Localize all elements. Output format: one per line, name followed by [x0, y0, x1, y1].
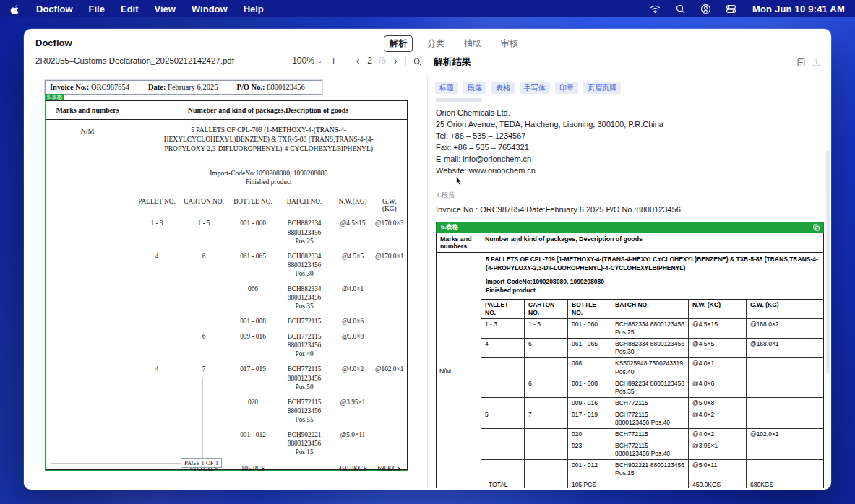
table-row: 009 - 016BCH772115@5.0×8 [481, 398, 823, 409]
document-filename: 2R02055–Customs Declaration_202502121424… [35, 56, 234, 65]
tab-classify[interactable]: 分类 [422, 36, 450, 51]
pdf-header-pallet: PALLET NO. [134, 198, 180, 212]
pdf-stamp-box [51, 378, 203, 464]
pdf-header-bottle: BOTTLE NO. [228, 198, 278, 212]
parsed-goods-description: 5 PALLETS OF CPL-709 (1-METHOXY-4-(TRANS… [486, 256, 819, 273]
table-row: Orion Chemicals Ltd. [436, 108, 821, 119]
toolbar-divider [405, 56, 406, 66]
pdf-total-row: −TOTAL− 105 PCS 450.0KGS 680KGS [134, 465, 403, 472]
pdf-import-code: Import-CodeNo:1090208080, 1090208080 [134, 170, 403, 177]
pdf-col-marks-header: Marks and numbers [46, 101, 129, 119]
pdf-total-pcs: 105 PCS [228, 465, 278, 472]
pdf-total-nw: 450.0KGS [330, 465, 375, 472]
table-row: 066BCH882334 8800123456 Pos.35@4.0×1 [134, 284, 403, 310]
table-section-tag: 5.表格 [441, 223, 458, 232]
pdf-total-gw: 680KGS [375, 465, 403, 472]
chip-seal[interactable]: 印章 [555, 82, 578, 94]
pdf-finished-product: Finished product [134, 178, 403, 186]
table-row: Fax: +86 – 535 – 7654321 [436, 142, 821, 154]
parsed-inner-table: PALLET NO. CARTON NO. BOTTLE NO. BATCH N… [481, 300, 823, 488]
table-row: 023BCH772115 8800123456 Pos.40@3.95×1 [481, 440, 823, 460]
table-row: 46061 - 065BCH882334 8800123456 Pos.30@4… [481, 339, 823, 358]
table-row: −TOTAL−105 PCS450.0KGS680KGS [481, 479, 823, 488]
results-scrollbar[interactable] [826, 150, 830, 374]
chip-header-footer[interactable]: 页眉页脚 [583, 82, 621, 94]
menubar-clock[interactable]: Mon Jun 10 9:41 AM [752, 4, 845, 14]
parsed-import-code: Import-CodeNo:1090208080, 1090208080 Fin… [486, 278, 819, 295]
control-center-icon[interactable] [726, 4, 736, 14]
apple-menu-icon[interactable] [10, 3, 20, 15]
parsed-inner-rows: 1 - 31 - 5001 - 060BCH882334 8800123456 … [481, 319, 823, 488]
document-outline-icon[interactable] [796, 58, 806, 67]
search-icon[interactable] [675, 4, 686, 14]
document-search-icon[interactable] [413, 56, 422, 66]
parse-results-pane[interactable]: 标题 段落 表格 手写体 印章 页眉页脚 Orion Chemicals Ltd… [428, 74, 831, 488]
table-row: Website: www.orionchem.cn [436, 165, 821, 177]
table-row: 020BCH772115@4.0×2@102.0×1 [481, 429, 823, 440]
pdf-header-gw: G.W. (KG) [375, 198, 403, 212]
account-icon[interactable] [700, 4, 711, 14]
export-icon[interactable] [812, 58, 821, 67]
table-row: 066KS5025948 7500243319 Pos.40@4.0×1 [481, 358, 823, 378]
menu-file[interactable]: File [89, 4, 105, 14]
pdf-page-footer: PAGE 1 OF 1 [181, 458, 222, 468]
page-current[interactable]: 2 [367, 56, 372, 66]
menubar-app-name[interactable]: Docflow [36, 4, 73, 14]
copy-table-icon[interactable] [813, 224, 820, 231]
table-row: 001 - 008BCH772115@4.0×6 [134, 317, 403, 326]
parsed-inner-header-row: PALLET NO. CARTON NO. BOTTLE NO. BATCH N… [481, 300, 823, 319]
pdf-page: Invoice No.: ORC987654 Date: February 6,… [24, 74, 408, 471]
date-label: Date: [148, 83, 166, 91]
mode-tabs: 解析 分类 抽取 审核 [384, 35, 523, 52]
viewer-controls: − 100% ⌄ + ‹ 2 /6 › [277, 54, 422, 67]
chip-handwriting[interactable]: 手写体 [520, 82, 550, 94]
table-row: 1 - 31 - 5001 - 060BCH882334 8800123456 … [134, 219, 403, 245]
window-content: Invoice No.: ORC987654 Date: February 6,… [24, 74, 831, 488]
invoice-label: Invoice No.: [50, 83, 89, 91]
invoice-number: ORC987654 [91, 83, 129, 91]
pdf-header-carton: CARTON NO. [180, 198, 228, 212]
pdf-viewer-pane[interactable]: Invoice No.: ORC987654 Date: February 6,… [24, 74, 428, 488]
scrolled-text-remnant [436, 98, 482, 102]
tab-parse[interactable]: 解析 [384, 35, 413, 52]
chip-table[interactable]: 表格 [491, 82, 515, 94]
tab-review[interactable]: 审核 [496, 36, 523, 51]
page-total: /6 [379, 56, 386, 66]
parsed-marks-value: N/M [437, 253, 481, 488]
parsed-col-goods-header: Number and kind of packages, Description… [481, 233, 823, 253]
table-row: 46061 - 065BCH882334 8800123456 Pos.30@4… [134, 252, 403, 278]
pdf-header-batch: BATCH NO. [278, 198, 330, 212]
results-panel-title: 解析结果 [434, 56, 471, 69]
parsed-table-section: 5.表格 Marks and numbers Number and kind o… [436, 222, 824, 488]
mouse-cursor [455, 177, 821, 186]
wifi-icon[interactable] [650, 4, 661, 14]
table-row: E-mail: info@orionchem.cn [436, 154, 821, 165]
menu-view[interactable]: View [155, 4, 176, 14]
table-row: 25 Orion Avenue, TEDA, Haicheng, Liaonin… [436, 119, 821, 131]
zoom-out-button[interactable]: − [277, 54, 285, 67]
element-type-chips: 标题 段落 表格 手写体 印章 页眉页脚 [435, 82, 821, 94]
tab-extract[interactable]: 抽取 [459, 36, 486, 51]
table-row: 1 - 31 - 5001 - 060BCH882334 8800123456 … [481, 319, 823, 339]
pdf-header-nw: N.W.(KG) [330, 198, 375, 212]
page-next-button[interactable]: › [392, 54, 399, 67]
menu-edit[interactable]: Edit [121, 4, 139, 14]
parsed-col-marks-header: Marks and numbers [437, 233, 481, 253]
menu-help[interactable]: Help [244, 4, 264, 14]
table-row: 001 - 012BCH902221 8800123456 Pos.15@5.0… [481, 460, 823, 479]
menu-window[interactable]: Window [192, 4, 228, 14]
pdf-invoice-line: Invoice No.: ORC987654 Date: February 6,… [45, 80, 322, 95]
table-row: 6001 - 008BCH892234 8800123456 Pos.35@4.… [481, 378, 823, 398]
chip-title[interactable]: 标题 [435, 82, 458, 94]
menu-bar: Docflow File Edit View Window Help Mon J… [0, 0, 855, 17]
zoom-in-button[interactable]: + [329, 54, 338, 67]
zoom-level[interactable]: 100% [292, 56, 314, 66]
table-row: 6009 - 016BCH772115 8800123456 Pos 40@5.… [134, 332, 403, 358]
chip-paragraph[interactable]: 段落 [463, 82, 486, 94]
po-number: 8800123456 [267, 83, 305, 91]
zoom-caret-icon[interactable]: ⌄ [317, 57, 323, 64]
address-paragraph: Orion Chemicals Ltd.25 Orion Avenue, TED… [436, 108, 821, 177]
page-prev-button[interactable]: ‹ [355, 54, 361, 67]
pdf-col-goods-header: Numeber and kind of packages,Description… [129, 101, 407, 119]
section4-label: 4.段落 [436, 191, 821, 200]
